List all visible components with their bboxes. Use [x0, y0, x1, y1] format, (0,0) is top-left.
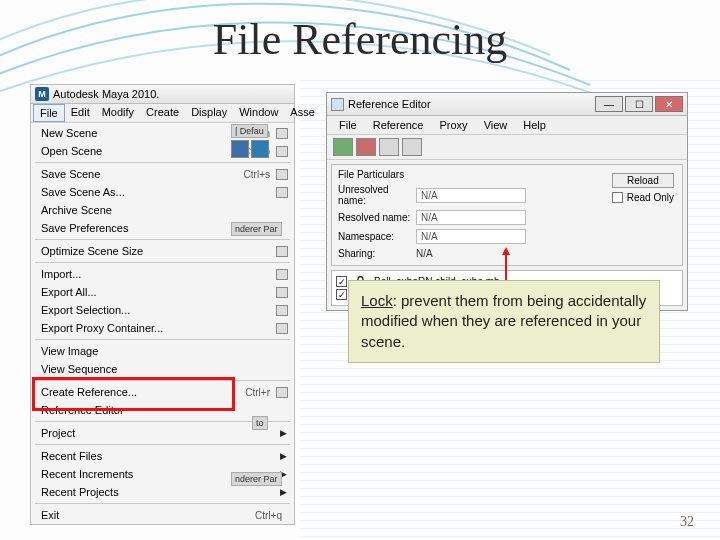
menu-item-create-reference[interactable]: Create Reference...Ctrl+r — [31, 383, 294, 401]
file-particulars-legend: File Particulars — [338, 169, 404, 180]
lock-ref-button[interactable] — [402, 138, 422, 156]
callout-note: Lock: prevent them from being accidental… — [348, 280, 660, 363]
option-box-icon[interactable] — [276, 287, 288, 298]
menu-item-recent-files[interactable]: Recent Files▶ — [31, 447, 294, 465]
reference-editor-menubar: File Reference Proxy View Help — [327, 116, 687, 135]
partial-ui-fragment: | Defau — [231, 124, 268, 138]
maya-menubar: File Edit Modify Create Display Window A… — [31, 104, 294, 123]
menu-edit[interactable]: Edit — [65, 104, 96, 122]
menu-item-archive-scene[interactable]: Archive Scene — [31, 201, 294, 219]
menu-separator — [35, 503, 290, 504]
option-box-icon[interactable] — [276, 187, 288, 198]
maya-title: Autodesk Maya 2010. — [53, 88, 159, 100]
menu-create[interactable]: Create — [140, 104, 185, 122]
menu-item-exit[interactable]: ExitCtrl+q — [31, 506, 294, 524]
unload-ref-button[interactable] — [356, 138, 376, 156]
partial-ui-fragment: nderer Par — [231, 222, 282, 236]
option-box-icon[interactable] — [276, 323, 288, 334]
close-button[interactable]: ✕ — [655, 96, 683, 112]
menu-modify[interactable]: Modify — [96, 104, 140, 122]
slide-title: File Referencing — [0, 14, 720, 65]
namespace-field[interactable]: N/A — [416, 229, 526, 244]
resolved-name-label: Resolved name: — [338, 212, 416, 223]
menu-item-view-image[interactable]: View Image — [31, 342, 294, 360]
menu-item-optimize-scene[interactable]: Optimize Scene Size — [31, 242, 294, 260]
menu-item-save-scene[interactable]: Save SceneCtrl+s — [31, 165, 294, 183]
load-ref-button[interactable] — [333, 138, 353, 156]
option-box-icon[interactable] — [276, 246, 288, 257]
menu-item-save-scene-as[interactable]: Save Scene As... — [31, 183, 294, 201]
ref-menu-proxy[interactable]: Proxy — [432, 117, 476, 133]
submenu-arrow-icon: ▶ — [278, 487, 288, 497]
option-box-icon[interactable] — [276, 146, 288, 157]
read-only-label: Read Only — [627, 192, 674, 203]
menu-separator — [35, 162, 290, 163]
callout-lock-word: Lock — [361, 292, 393, 309]
unresolved-name-field[interactable]: N/A — [416, 188, 526, 203]
ref-menu-view[interactable]: View — [476, 117, 516, 133]
menu-window[interactable]: Window — [233, 104, 284, 122]
page-number: 32 — [680, 514, 694, 530]
maximize-button[interactable]: ☐ — [625, 96, 653, 112]
window-icon — [331, 98, 344, 111]
option-box-icon[interactable] — [276, 128, 288, 139]
reference-editor-titlebar: Reference Editor — ☐ ✕ — [327, 93, 687, 116]
ref-menu-file[interactable]: File — [331, 117, 365, 133]
submenu-arrow-icon: ▶ — [278, 451, 288, 461]
maya-file-dropdown: New SceneCtrl+n Open SceneCtrl+o Save Sc… — [31, 123, 294, 524]
file-particulars-panel: File Particulars Unresolved name: N/A Re… — [331, 164, 683, 266]
partial-ui-fragment: to — [252, 416, 268, 430]
reference-editor-toolbar — [327, 135, 687, 160]
reference-checkbox[interactable]: ✓ — [336, 276, 347, 287]
menu-truncated[interactable]: Asse — [284, 104, 320, 122]
shelf-button-icon[interactable] — [231, 140, 249, 158]
menu-item-export-proxy[interactable]: Export Proxy Container... — [31, 319, 294, 337]
ref-menu-help[interactable]: Help — [515, 117, 554, 133]
option-box-icon[interactable] — [276, 269, 288, 280]
minimize-button[interactable]: — — [595, 96, 623, 112]
menu-display[interactable]: Display — [185, 104, 233, 122]
namespace-label: Namespace: — [338, 231, 416, 242]
menu-separator — [35, 380, 290, 381]
refresh-ref-button[interactable] — [379, 138, 399, 156]
reference-editor-title: Reference Editor — [348, 98, 431, 110]
resolved-name-field[interactable]: N/A — [416, 210, 526, 225]
maya-logo-icon: M — [35, 87, 49, 101]
menu-item-export-selection[interactable]: Export Selection... — [31, 301, 294, 319]
read-only-checkbox[interactable] — [612, 192, 623, 203]
sharing-value: N/A — [416, 248, 433, 259]
menu-separator — [35, 444, 290, 445]
reload-button[interactable]: Reload — [612, 173, 674, 188]
shelf-button-icon[interactable] — [251, 140, 269, 158]
sharing-label: Sharing: — [338, 248, 416, 259]
partial-shelf — [231, 140, 269, 158]
menu-separator — [35, 339, 290, 340]
unresolved-name-label: Unresolved name: — [338, 184, 416, 206]
option-box-icon[interactable] — [276, 169, 288, 180]
menu-item-export-all[interactable]: Export All... — [31, 283, 294, 301]
menu-item-view-sequence[interactable]: View Sequence — [31, 360, 294, 378]
reference-editor-window: Reference Editor — ☐ ✕ File Reference Pr… — [326, 92, 688, 311]
ref-menu-reference[interactable]: Reference — [365, 117, 432, 133]
option-box-icon[interactable] — [276, 387, 288, 398]
menu-separator — [35, 262, 290, 263]
menu-item-import[interactable]: Import... — [31, 265, 294, 283]
option-box-icon[interactable] — [276, 305, 288, 316]
submenu-arrow-icon: ▶ — [278, 428, 288, 438]
reference-checkbox[interactable]: ✓ — [336, 289, 347, 300]
menu-file[interactable]: File — [33, 104, 65, 122]
menu-separator — [35, 239, 290, 240]
maya-titlebar: M Autodesk Maya 2010. — [31, 85, 294, 104]
partial-ui-fragment: nderer Par — [231, 472, 282, 486]
callout-text: : prevent them from being accidentally m… — [361, 292, 646, 350]
